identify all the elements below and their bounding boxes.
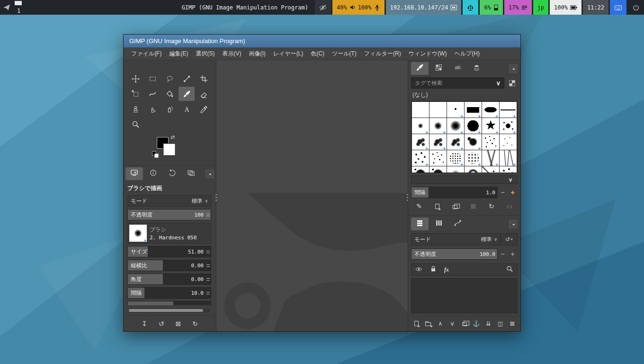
spacing-slider[interactable]: 間隔 10.0	[127, 287, 211, 299]
edit-brush-button[interactable]: ✎	[414, 200, 424, 212]
dock-menu-button[interactable]: ◂	[509, 64, 518, 73]
paths-tool[interactable]	[179, 72, 195, 86]
clipped-slider[interactable]	[127, 301, 211, 305]
brush-swatch-chalk3[interactable]	[447, 134, 464, 150]
reset-tool-options-button[interactable]: ↻	[190, 318, 200, 329]
canvas[interactable]	[216, 60, 408, 331]
brush-swatch-hline[interactable]	[500, 102, 517, 118]
tab-fonts[interactable]: ab	[449, 62, 466, 75]
brush-swatch-chalk2[interactable]	[429, 134, 447, 150]
tab-undo-history[interactable]	[163, 167, 181, 180]
layer-list[interactable]	[411, 278, 518, 313]
airbrush-tool[interactable]	[161, 102, 178, 116]
keyboard-layout-widget[interactable]: jp	[533, 0, 548, 15]
menu-item[interactable]: 色(C)	[307, 50, 328, 58]
brush-swatch-haze[interactable]	[447, 166, 464, 173]
menu-item[interactable]: 選択(S)	[192, 50, 218, 58]
tray-telegram-icon[interactable]	[0, 0, 13, 15]
brush-swatch-soft-small[interactable]	[412, 118, 429, 134]
scale-widget[interactable]	[463, 0, 478, 15]
left-splitter-grip[interactable]	[215, 194, 217, 206]
zoom-tool[interactable]	[127, 117, 143, 131]
paintbrush-tool[interactable]	[179, 87, 195, 101]
anchor-layer-button[interactable]: ⚓	[472, 318, 481, 329]
warp-transform-tool[interactable]	[144, 87, 161, 101]
menu-item[interactable]: ヘルプ(H)	[450, 50, 483, 58]
duplicate-layer-button[interactable]	[460, 318, 469, 329]
horizontal-scrollbar[interactable]	[128, 309, 210, 312]
brush-swatch-chalk-dark[interactable]	[465, 134, 482, 150]
aspect-ratio-slider[interactable]: 縦横比 0.00	[127, 260, 211, 271]
new-layer-group-button[interactable]	[424, 318, 432, 329]
spinner-handle[interactable]	[206, 209, 211, 220]
color-picker-tool[interactable]	[196, 102, 212, 116]
layer-mode-switch-button[interactable]: ↺ ▾	[500, 234, 517, 245]
brush-filter-expander[interactable]: ∨	[411, 175, 518, 184]
brush-swatch-dark-texture[interactable]	[412, 166, 429, 173]
delete-tool-preset-button[interactable]: ⊠	[173, 318, 183, 329]
brush-swatch-swirl[interactable]	[465, 166, 482, 173]
tab-device-status[interactable]	[144, 167, 162, 180]
brush-swatch-bar[interactable]	[465, 102, 482, 118]
cpu-widget[interactable]: 6%	[480, 0, 502, 15]
add-layer-mask-button[interactable]: ◫	[496, 318, 505, 329]
workspace-button[interactable]: 1	[13, 0, 27, 15]
raise-layer-button[interactable]: ∧	[436, 318, 445, 329]
swap-colors-icon[interactable]: ⇄	[170, 134, 175, 140]
opacity-decrease-button[interactable]: −	[498, 248, 508, 260]
layer-mode-select[interactable]: モード 標準 ∨	[411, 234, 500, 245]
brush-view-mode-button[interactable]	[506, 77, 518, 89]
brush-swatch-micro-dot[interactable]	[447, 102, 464, 118]
tab-patterns[interactable]	[430, 62, 447, 75]
brush-swatch-blank[interactable]	[429, 102, 447, 118]
brush-swatch-ellipse[interactable]	[482, 102, 499, 118]
default-colors-icon[interactable]	[152, 152, 160, 159]
window-titlebar[interactable]: GIMP (GNU Image Manipulation Program)	[124, 35, 520, 47]
lower-layer-button[interactable]: ∨	[448, 318, 456, 329]
tab-layers[interactable]	[411, 218, 429, 230]
menu-item[interactable]: 表示(V)	[218, 50, 245, 58]
transform-tool[interactable]	[127, 87, 143, 101]
layer-search-button[interactable]	[506, 265, 513, 274]
spacing-decrease-button[interactable]: −	[498, 187, 508, 198]
brush-swatch-specks-dense[interactable]	[429, 150, 447, 166]
brush-swatch-scatter[interactable]	[412, 150, 429, 166]
visibility-widget[interactable]	[315, 0, 331, 15]
spinner-handle[interactable]	[206, 246, 211, 257]
brush-swatch-specks[interactable]	[482, 134, 499, 150]
brush-swatch-chalk[interactable]	[412, 134, 429, 150]
spinner-handle[interactable]	[206, 288, 211, 298]
menu-item[interactable]: 画像(I)	[245, 50, 269, 58]
paint-mode-select[interactable]: モード 標準 ∨	[127, 195, 211, 207]
clock-widget[interactable]: 11:22	[583, 0, 608, 15]
brush-selector[interactable]: ブラシ 2. Hardness 050	[127, 223, 211, 244]
spinner-handle[interactable]	[206, 274, 211, 284]
brush-swatch-disc[interactable]	[465, 118, 482, 134]
merge-down-button[interactable]: ⇊	[484, 318, 492, 329]
audio-widget[interactable]: 40% 100%	[332, 0, 385, 15]
delete-layer-button[interactable]: ⊠	[508, 318, 517, 329]
spacing-increase-button[interactable]: +	[508, 187, 518, 198]
brush-swatch-specks-light[interactable]	[500, 134, 517, 150]
brush-spacing-slider[interactable]: 間隔 1.0	[411, 187, 498, 198]
tab-tool-options[interactable]	[125, 167, 143, 180]
free-select-tool[interactable]	[161, 72, 178, 86]
brush-swatch-splat[interactable]	[500, 118, 517, 134]
scrollbar-thumb[interactable]	[129, 309, 203, 312]
brush-swatch-soft-large[interactable]	[447, 118, 464, 134]
move-tool[interactable]	[127, 72, 143, 86]
open-brush-button[interactable]: ▭	[504, 200, 515, 212]
angle-slider[interactable]: 角度 0.00	[127, 273, 211, 285]
menu-item[interactable]: 編集(E)	[165, 50, 192, 58]
battery-widget[interactable]: 100%	[550, 0, 581, 15]
menu-item[interactable]: ファイル(F)	[127, 50, 165, 58]
brush-swatch-dark-texture2[interactable]	[429, 166, 447, 173]
brush-swatch-confetti[interactable]	[500, 166, 517, 173]
tab-channels[interactable]	[430, 218, 447, 230]
menu-item[interactable]: ウィンドウ(W)	[405, 50, 451, 58]
bucket-fill-tool[interactable]	[161, 87, 178, 101]
brush-swatch-star[interactable]	[482, 118, 499, 134]
brush-swatch-soft-medium[interactable]	[429, 118, 447, 134]
network-widget[interactable]: 192.168.10.147/24	[386, 0, 462, 15]
power-widget[interactable]	[628, 0, 644, 15]
